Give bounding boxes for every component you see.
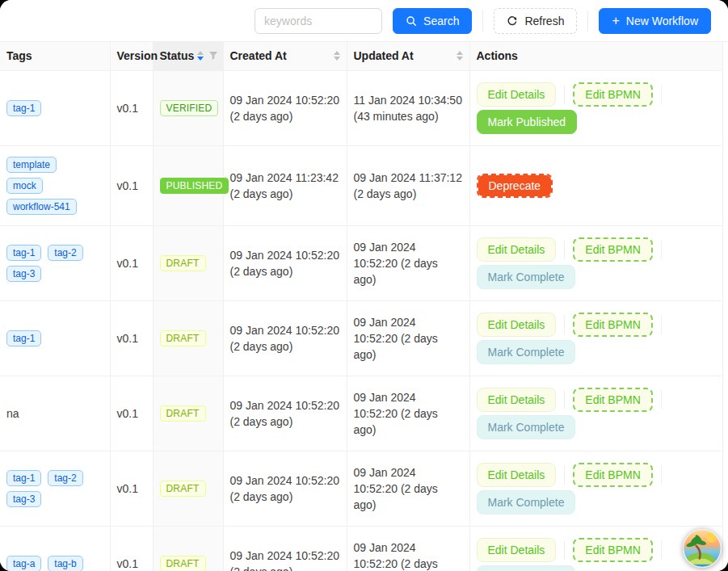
created-at-cell: 09 Jan 2024 10:52:20 (2 days ago) — [223, 526, 347, 571]
action-divider — [661, 540, 662, 560]
table-header-row: TagsVersionStatusCreated AtUpdated AtAct… — [0, 42, 722, 70]
column-header-tags: Tags — [0, 42, 110, 70]
mark-published-button[interactable]: Mark Published — [477, 110, 578, 134]
funnel-icon[interactable] — [208, 51, 218, 61]
table-row: tag-1tag-2tag-3v0.1DRAFT09 Jan 2024 10:5… — [0, 225, 722, 300]
updated-at-value: 09 Jan 2024 10:52:20 (2 days ago) — [354, 391, 438, 436]
toolbar-divider — [482, 10, 483, 31]
version-cell: v0.1 — [110, 376, 153, 451]
action-divider — [661, 85, 662, 104]
column-header-updated[interactable]: Updated At — [347, 42, 469, 70]
status-cell: VERIFIED — [153, 70, 223, 145]
actions-cell: Edit DetailsEdit BPMNMark Complete — [469, 376, 722, 451]
status-badge: DRAFT — [160, 330, 206, 346]
status-cell: DRAFT — [153, 526, 223, 571]
action-divider — [564, 240, 565, 259]
tags-cell: tag-1 — [0, 300, 110, 376]
column-header-version: Version — [110, 42, 153, 70]
actions-cell: Edit DetailsEdit BPMNMark Complete — [469, 300, 722, 376]
action-divider — [564, 315, 565, 334]
mark-complete-button[interactable]: Mark Complete — [477, 415, 576, 439]
created-at-value: 09 Jan 2024 10:52:20 (2 days ago) — [230, 549, 339, 571]
caret-up-down-icon[interactable] — [334, 51, 340, 61]
tags-cell: na — [0, 376, 110, 451]
edit-bpmn-button[interactable]: Edit BPMN — [573, 388, 652, 412]
tag-chip: template — [6, 157, 57, 173]
refresh-button-label: Refresh — [524, 15, 564, 27]
status-cell: DRAFT — [153, 451, 223, 526]
tag-chip: workflow-541 — [6, 199, 77, 215]
edit-bpmn-button[interactable]: Edit BPMN — [573, 313, 652, 337]
edit-bpmn-button[interactable]: Edit BPMN — [573, 538, 652, 562]
tag-chip: tag-2 — [48, 470, 82, 486]
updated-at-cell: 11 Jan 2024 10:34:50 (43 minutes ago) — [347, 70, 469, 145]
status-badge: DRAFT — [160, 556, 206, 571]
edit-details-button[interactable]: Edit Details — [477, 463, 557, 487]
actions-cell: Deprecate — [469, 145, 722, 225]
column-label: Actions — [477, 49, 518, 62]
created-at-cell: 09 Jan 2024 10:52:20 (2 days ago) — [223, 70, 347, 145]
created-at-value: 09 Jan 2024 10:52:20 (2 days ago) — [230, 399, 339, 428]
created-at-cell: 09 Jan 2024 10:52:20 (2 days ago) — [223, 376, 347, 451]
action-divider — [564, 85, 565, 104]
column-header-actions: Actions — [469, 42, 722, 70]
updated-at-value: 09 Jan 2024 10:52:20 (2 days ago) — [354, 466, 438, 511]
table-row: tag-1v0.1VERIFIED09 Jan 2024 10:52:20 (2… — [0, 70, 722, 145]
mark-complete-button[interactable]: Mark Complete — [477, 490, 576, 514]
tropical-island-icon[interactable] — [682, 528, 722, 569]
edit-details-button[interactable]: Edit Details — [477, 538, 557, 562]
mark-complete-button[interactable]: Mark Complete — [477, 340, 576, 364]
scrollbar-gutter[interactable] — [722, 42, 728, 571]
tag-chip: tag-2 — [48, 245, 82, 261]
edit-bpmn-button[interactable]: Edit BPMN — [573, 82, 652, 107]
status-badge: DRAFT — [160, 405, 206, 422]
tags-cell: tag-1tag-2tag-3 — [0, 451, 110, 526]
column-label: Updated At — [354, 49, 414, 62]
tag-chip: tag-1 — [6, 245, 41, 261]
version-cell: v0.1 — [110, 300, 153, 376]
tag-chip: tag-a — [6, 556, 41, 571]
tag-chip: mock — [6, 178, 43, 194]
search-input[interactable] — [255, 8, 382, 34]
mark-complete-button[interactable]: Mark Complete — [477, 265, 576, 289]
column-header-status[interactable]: Status — [153, 42, 223, 70]
status-cell: DRAFT — [153, 376, 223, 451]
tag-chip: tag-3 — [6, 491, 41, 507]
status-cell: DRAFT — [153, 225, 223, 300]
refresh-button[interactable]: Refresh — [494, 8, 577, 34]
tag-chip: tag-1 — [6, 330, 41, 346]
deprecate-button[interactable]: Deprecate — [477, 174, 553, 198]
edit-details-button[interactable]: Edit Details — [477, 237, 557, 262]
column-header-created[interactable]: Created At — [223, 42, 347, 70]
edit-bpmn-button[interactable]: Edit BPMN — [573, 463, 652, 487]
created-at-cell: 09 Jan 2024 10:52:20 (2 days ago) — [223, 300, 347, 376]
edit-bpmn-button[interactable]: Edit BPMN — [573, 237, 652, 262]
edit-details-button[interactable]: Edit Details — [477, 388, 557, 412]
status-cell: DRAFT — [153, 300, 223, 376]
version-cell: v0.1 — [110, 225, 153, 300]
updated-at-value: 09 Jan 2024 10:52:20 (2 days ago) — [354, 241, 438, 286]
caret-up-down-icon[interactable] — [197, 51, 204, 61]
tag-chip: tag-3 — [6, 266, 41, 282]
updated-at-value: 11 Jan 2024 10:34:50 (43 minutes ago) — [354, 94, 462, 123]
edit-details-button[interactable]: Edit Details — [477, 82, 557, 107]
edit-details-button[interactable]: Edit Details — [477, 313, 557, 337]
created-at-value: 09 Jan 2024 10:52:20 (2 days ago) — [230, 249, 339, 278]
updated-at-cell: 09 Jan 2024 10:52:20 (2 days ago) — [347, 376, 469, 451]
workflow-list-page: Search Refresh + New Workflow TagsVersio… — [0, 0, 728, 571]
new-workflow-button[interactable]: + New Workflow — [599, 8, 711, 34]
column-label: Tags — [6, 49, 32, 62]
column-label: Version — [117, 49, 158, 62]
created-at-cell: 09 Jan 2024 11:23:42 (2 days ago) — [223, 145, 347, 225]
created-at-cell: 09 Jan 2024 10:52:20 (2 days ago) — [223, 225, 347, 300]
mark-complete-button[interactable]: Mark Complete — [477, 565, 576, 571]
table-row: tag-1v0.1DRAFT09 Jan 2024 10:52:20 (2 da… — [0, 300, 722, 376]
plus-icon: + — [612, 15, 619, 27]
column-label: Created At — [230, 49, 287, 62]
action-divider — [564, 465, 565, 485]
workflow-table: TagsVersionStatusCreated AtUpdated AtAct… — [0, 42, 722, 571]
actions-cell: Edit DetailsEdit BPMNMark Complete — [469, 225, 722, 300]
updated-at-cell: 09 Jan 2024 10:52:20 (2 days ago) — [347, 526, 469, 571]
caret-up-down-icon[interactable] — [457, 51, 463, 61]
search-button[interactable]: Search — [393, 8, 472, 34]
